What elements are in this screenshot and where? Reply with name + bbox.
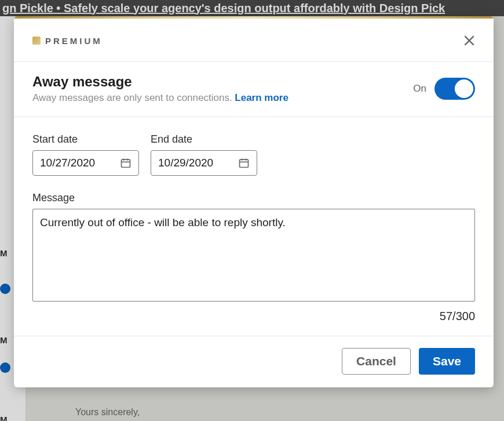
message-group: Message bbox=[32, 192, 475, 302]
end-date-value: 10/29/2020 bbox=[158, 157, 213, 169]
modal-footer: Cancel Save bbox=[14, 336, 494, 387]
start-date-label: Start date bbox=[32, 133, 139, 146]
svg-rect-2 bbox=[122, 159, 130, 167]
away-message-modal: PREMIUM Away message Away messages are o… bbox=[14, 16, 494, 387]
premium-tag: PREMIUM bbox=[32, 36, 103, 46]
away-message-toggle[interactable] bbox=[434, 78, 475, 100]
modal-body: Start date 10/27/2020 End date 10/29/202… bbox=[14, 117, 494, 336]
premium-label: PREMIUM bbox=[45, 36, 103, 46]
close-button[interactable] bbox=[459, 30, 480, 51]
message-textarea[interactable] bbox=[32, 209, 475, 302]
dates-row: Start date 10/27/2020 End date 10/29/202… bbox=[32, 133, 475, 176]
svg-rect-6 bbox=[240, 159, 249, 167]
start-date-group: Start date 10/27/2020 bbox=[32, 133, 139, 176]
end-date-group: End date 10/29/2020 bbox=[151, 133, 257, 176]
page-title: Away message bbox=[32, 74, 288, 90]
save-button[interactable]: Save bbox=[419, 348, 475, 375]
calendar-icon bbox=[238, 157, 250, 169]
modal-header: PREMIUM bbox=[14, 19, 494, 62]
title-left: Away message Away messages are only sent… bbox=[32, 74, 288, 104]
learn-more-link[interactable]: Learn more bbox=[235, 92, 288, 103]
calendar-icon bbox=[120, 157, 132, 169]
end-date-input[interactable]: 10/29/2020 bbox=[151, 150, 257, 176]
cancel-button[interactable]: Cancel bbox=[342, 348, 411, 375]
toggle-knob bbox=[455, 79, 473, 98]
title-section: Away message Away messages are only sent… bbox=[14, 62, 494, 117]
subtitle-text: Away messages are only sent to connectio… bbox=[32, 92, 235, 103]
character-count: 57/300 bbox=[32, 310, 475, 323]
page-subtitle: Away messages are only sent to connectio… bbox=[32, 92, 288, 104]
start-date-value: 10/27/2020 bbox=[40, 157, 95, 169]
end-date-label: End date bbox=[151, 133, 257, 146]
premium-icon bbox=[32, 37, 41, 45]
close-icon bbox=[462, 33, 477, 48]
message-label: Message bbox=[32, 192, 475, 204]
toggle-wrap: On bbox=[413, 78, 475, 100]
toggle-state-label: On bbox=[413, 83, 426, 95]
start-date-input[interactable]: 10/27/2020 bbox=[32, 150, 139, 176]
